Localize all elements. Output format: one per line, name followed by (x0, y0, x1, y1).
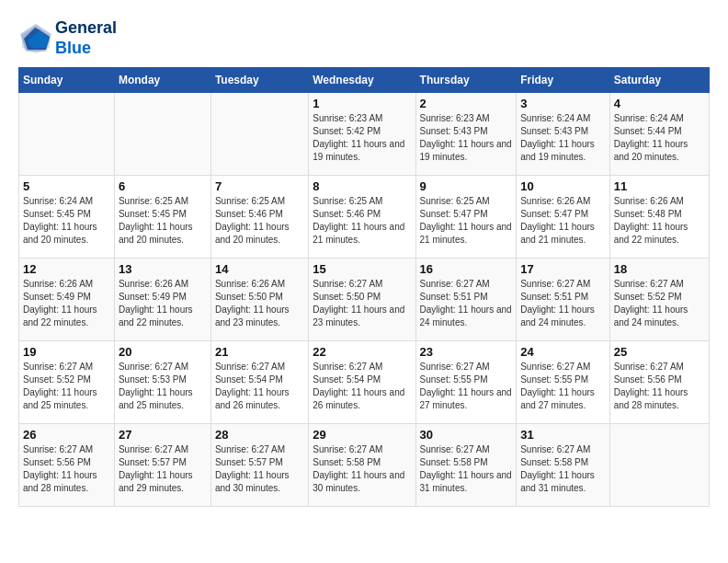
day-number: 23 (420, 345, 513, 359)
calendar-cell: 17Sunrise: 6:27 AM Sunset: 5:51 PM Dayli… (517, 259, 610, 341)
calendar-cell: 18Sunrise: 6:27 AM Sunset: 5:52 PM Dayli… (609, 259, 709, 341)
weekday-header: Tuesday (210, 68, 308, 93)
day-number: 20 (119, 345, 207, 359)
day-info: Sunrise: 6:26 AM Sunset: 5:47 PM Dayligh… (520, 195, 606, 247)
day-info: Sunrise: 6:26 AM Sunset: 5:49 PM Dayligh… (119, 278, 207, 329)
calendar-cell: 22Sunrise: 6:27 AM Sunset: 5:54 PM Dayli… (309, 341, 415, 424)
day-number: 4 (614, 97, 705, 110)
day-info: Sunrise: 6:25 AM Sunset: 5:45 PM Dayligh… (119, 195, 207, 247)
day-number: 25 (614, 345, 705, 359)
calendar-week-row: 19Sunrise: 6:27 AM Sunset: 5:52 PM Dayli… (19, 341, 710, 424)
day-number: 30 (420, 428, 513, 442)
logo-text: General Blue (55, 18, 117, 58)
calendar-cell: 14Sunrise: 6:26 AM Sunset: 5:50 PM Dayli… (210, 259, 308, 341)
day-info: Sunrise: 6:26 AM Sunset: 5:50 PM Dayligh… (215, 278, 304, 329)
day-number: 6 (119, 179, 207, 193)
day-number: 27 (119, 428, 207, 442)
day-number: 10 (520, 179, 606, 193)
calendar-cell: 16Sunrise: 6:27 AM Sunset: 5:51 PM Dayli… (415, 259, 517, 341)
calendar-cell: 27Sunrise: 6:27 AM Sunset: 5:57 PM Dayli… (114, 424, 210, 507)
calendar-cell: 26Sunrise: 6:27 AM Sunset: 5:56 PM Dayli… (19, 424, 115, 507)
day-info: Sunrise: 6:27 AM Sunset: 5:55 PM Dayligh… (420, 361, 513, 412)
calendar-cell (19, 93, 115, 176)
calendar-cell: 24Sunrise: 6:27 AM Sunset: 5:55 PM Dayli… (517, 341, 610, 424)
day-info: Sunrise: 6:23 AM Sunset: 5:43 PM Dayligh… (420, 112, 513, 164)
day-number: 11 (614, 179, 705, 193)
day-number: 26 (23, 428, 110, 442)
day-number: 9 (420, 179, 513, 193)
day-info: Sunrise: 6:27 AM Sunset: 5:52 PM Dayligh… (614, 278, 705, 329)
weekday-header: Friday (517, 68, 610, 93)
day-info: Sunrise: 6:27 AM Sunset: 5:58 PM Dayligh… (313, 443, 411, 495)
day-number: 14 (215, 262, 304, 276)
day-number: 28 (215, 428, 304, 442)
calendar-cell: 31Sunrise: 6:27 AM Sunset: 5:58 PM Dayli… (517, 424, 610, 507)
day-info: Sunrise: 6:27 AM Sunset: 5:57 PM Dayligh… (215, 443, 304, 495)
calendar-cell: 23Sunrise: 6:27 AM Sunset: 5:55 PM Dayli… (415, 341, 517, 424)
day-info: Sunrise: 6:24 AM Sunset: 5:43 PM Dayligh… (520, 112, 606, 164)
calendar-cell: 20Sunrise: 6:27 AM Sunset: 5:53 PM Dayli… (114, 341, 210, 424)
weekday-header-row: SundayMondayTuesdayWednesdayThursdayFrid… (19, 68, 710, 93)
weekday-header: Wednesday (309, 68, 415, 93)
day-number: 18 (614, 262, 705, 276)
day-info: Sunrise: 6:27 AM Sunset: 5:56 PM Dayligh… (23, 443, 110, 495)
weekday-header: Saturday (609, 68, 709, 93)
day-number: 17 (520, 262, 606, 276)
calendar-cell: 11Sunrise: 6:26 AM Sunset: 5:48 PM Dayli… (609, 176, 709, 259)
calendar-week-row: 26Sunrise: 6:27 AM Sunset: 5:56 PM Dayli… (19, 424, 710, 507)
day-number: 2 (420, 97, 513, 110)
calendar-cell: 25Sunrise: 6:27 AM Sunset: 5:56 PM Dayli… (609, 341, 709, 424)
day-number: 3 (520, 97, 606, 110)
day-info: Sunrise: 6:27 AM Sunset: 5:53 PM Dayligh… (119, 361, 207, 412)
day-info: Sunrise: 6:26 AM Sunset: 5:48 PM Dayligh… (614, 195, 705, 247)
calendar-cell: 4Sunrise: 6:24 AM Sunset: 5:44 PM Daylig… (609, 93, 709, 176)
weekday-header: Sunday (19, 68, 115, 93)
day-info: Sunrise: 6:26 AM Sunset: 5:49 PM Dayligh… (23, 278, 110, 329)
day-info: Sunrise: 6:27 AM Sunset: 5:56 PM Dayligh… (614, 361, 705, 412)
calendar-week-row: 5Sunrise: 6:24 AM Sunset: 5:45 PM Daylig… (19, 176, 710, 259)
day-info: Sunrise: 6:25 AM Sunset: 5:46 PM Dayligh… (215, 195, 304, 247)
day-number: 5 (23, 179, 110, 193)
calendar-cell: 6Sunrise: 6:25 AM Sunset: 5:45 PM Daylig… (114, 176, 210, 259)
calendar-cell: 15Sunrise: 6:27 AM Sunset: 5:50 PM Dayli… (309, 259, 415, 341)
day-info: Sunrise: 6:27 AM Sunset: 5:54 PM Dayligh… (215, 361, 304, 412)
calendar-table: SundayMondayTuesdayWednesdayThursdayFrid… (18, 67, 710, 507)
day-info: Sunrise: 6:27 AM Sunset: 5:57 PM Dayligh… (119, 443, 207, 495)
day-info: Sunrise: 6:24 AM Sunset: 5:44 PM Dayligh… (614, 112, 705, 164)
day-info: Sunrise: 6:27 AM Sunset: 5:58 PM Dayligh… (420, 443, 513, 495)
day-number: 8 (313, 179, 411, 193)
day-info: Sunrise: 6:27 AM Sunset: 5:52 PM Dayligh… (23, 361, 110, 412)
day-number: 22 (313, 345, 411, 359)
day-info: Sunrise: 6:27 AM Sunset: 5:51 PM Dayligh… (420, 278, 513, 329)
calendar-cell: 30Sunrise: 6:27 AM Sunset: 5:58 PM Dayli… (415, 424, 517, 507)
calendar-cell: 8Sunrise: 6:25 AM Sunset: 5:46 PM Daylig… (309, 176, 415, 259)
calendar-cell: 9Sunrise: 6:25 AM Sunset: 5:47 PM Daylig… (415, 176, 517, 259)
day-info: Sunrise: 6:27 AM Sunset: 5:55 PM Dayligh… (520, 361, 606, 412)
day-number: 31 (520, 428, 606, 442)
calendar-cell: 2Sunrise: 6:23 AM Sunset: 5:43 PM Daylig… (415, 93, 517, 176)
day-number: 21 (215, 345, 304, 359)
day-number: 7 (215, 179, 304, 193)
weekday-header: Monday (114, 68, 210, 93)
day-info: Sunrise: 6:24 AM Sunset: 5:45 PM Dayligh… (23, 195, 110, 247)
day-number: 1 (313, 97, 411, 110)
logo-icon (18, 22, 51, 55)
day-number: 13 (119, 262, 207, 276)
calendar-cell: 10Sunrise: 6:26 AM Sunset: 5:47 PM Dayli… (517, 176, 610, 259)
day-info: Sunrise: 6:27 AM Sunset: 5:50 PM Dayligh… (313, 278, 411, 329)
calendar-cell: 12Sunrise: 6:26 AM Sunset: 5:49 PM Dayli… (19, 259, 115, 341)
calendar-week-row: 1Sunrise: 6:23 AM Sunset: 5:42 PM Daylig… (19, 93, 710, 176)
weekday-header: Thursday (415, 68, 517, 93)
logo: General Blue (18, 18, 117, 58)
calendar-cell: 7Sunrise: 6:25 AM Sunset: 5:46 PM Daylig… (210, 176, 308, 259)
calendar-cell: 28Sunrise: 6:27 AM Sunset: 5:57 PM Dayli… (210, 424, 308, 507)
day-info: Sunrise: 6:27 AM Sunset: 5:54 PM Dayligh… (313, 361, 411, 412)
calendar-cell: 3Sunrise: 6:24 AM Sunset: 5:43 PM Daylig… (517, 93, 610, 176)
calendar-cell (114, 93, 210, 176)
page-header: General Blue (18, 18, 710, 58)
day-info: Sunrise: 6:27 AM Sunset: 5:51 PM Dayligh… (520, 278, 606, 329)
calendar-cell (210, 93, 308, 176)
calendar-cell: 13Sunrise: 6:26 AM Sunset: 5:49 PM Dayli… (114, 259, 210, 341)
day-number: 16 (420, 262, 513, 276)
day-number: 12 (23, 262, 110, 276)
